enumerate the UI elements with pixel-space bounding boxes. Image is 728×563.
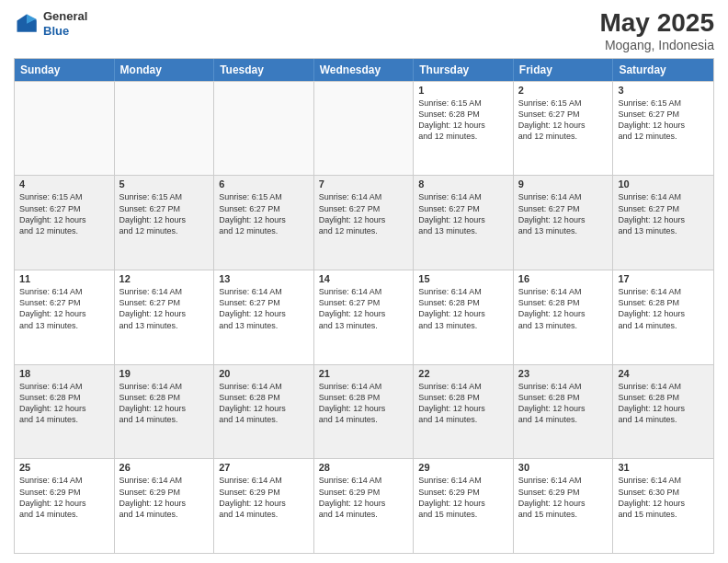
page: General Blue May 2025 Mogang, Indonesia … [0, 0, 728, 563]
day-of-week-monday: Monday [115, 59, 215, 81]
daylight-hours: Sunrise: 6:14 AM Sunset: 6:28 PM Dayligh… [19, 381, 109, 426]
calendar-day-7: 7Sunrise: 6:14 AM Sunset: 6:27 PM Daylig… [314, 176, 415, 270]
daylight-hours: Sunrise: 6:14 AM Sunset: 6:27 PM Dayligh… [119, 286, 210, 331]
day-number: 19 [119, 368, 210, 379]
day-of-week-friday: Friday [514, 59, 614, 81]
calendar-day-21: 21Sunrise: 6:14 AM Sunset: 6:28 PM Dayli… [314, 365, 415, 459]
day-number: 11 [19, 273, 109, 284]
day-number: 13 [219, 273, 309, 284]
empty-cell [314, 82, 415, 176]
calendar-day-6: 6Sunrise: 6:15 AM Sunset: 6:27 PM Daylig… [214, 176, 314, 270]
day-number: 18 [19, 368, 109, 379]
daylight-hours: Sunrise: 6:14 AM Sunset: 6:27 PM Dayligh… [319, 191, 409, 236]
day-number: 9 [518, 178, 609, 190]
logo-blue: Blue [43, 24, 69, 38]
calendar-day-28: 28Sunrise: 6:14 AM Sunset: 6:29 PM Dayli… [314, 459, 415, 553]
calendar-day-1: 1Sunrise: 6:15 AM Sunset: 6:28 PM Daylig… [414, 82, 514, 176]
daylight-hours: Sunrise: 6:15 AM Sunset: 6:27 PM Dayligh… [119, 191, 210, 236]
calendar-day-25: 25Sunrise: 6:14 AM Sunset: 6:29 PM Dayli… [15, 459, 115, 553]
calendar-day-17: 17Sunrise: 6:14 AM Sunset: 6:28 PM Dayli… [613, 270, 713, 364]
daylight-hours: Sunrise: 6:14 AM Sunset: 6:29 PM Dayligh… [418, 475, 508, 520]
calendar-body: 1Sunrise: 6:15 AM Sunset: 6:28 PM Daylig… [15, 81, 713, 553]
day-number: 2 [518, 85, 609, 96]
calendar-day-22: 22Sunrise: 6:14 AM Sunset: 6:28 PM Dayli… [414, 365, 514, 459]
empty-cell [15, 82, 115, 176]
day-number: 20 [219, 368, 309, 379]
day-number: 1 [418, 85, 508, 96]
calendar-day-14: 14Sunrise: 6:14 AM Sunset: 6:27 PM Dayli… [314, 270, 415, 364]
logo-general: General [43, 9, 87, 23]
daylight-hours: Sunrise: 6:14 AM Sunset: 6:30 PM Dayligh… [618, 475, 709, 520]
calendar-day-18: 18Sunrise: 6:14 AM Sunset: 6:28 PM Dayli… [15, 365, 115, 459]
logo-icon [14, 11, 40, 37]
calendar-week-2: 4Sunrise: 6:15 AM Sunset: 6:27 PM Daylig… [15, 175, 713, 270]
day-number: 7 [319, 178, 409, 190]
calendar-day-10: 10Sunrise: 6:14 AM Sunset: 6:27 PM Dayli… [613, 176, 713, 270]
daylight-hours: Sunrise: 6:14 AM Sunset: 6:29 PM Dayligh… [219, 475, 309, 520]
empty-cell [214, 82, 314, 176]
calendar-week-4: 18Sunrise: 6:14 AM Sunset: 6:28 PM Dayli… [15, 364, 713, 459]
day-number: 15 [418, 273, 508, 284]
day-of-week-wednesday: Wednesday [314, 59, 415, 81]
daylight-hours: Sunrise: 6:14 AM Sunset: 6:27 PM Dayligh… [319, 286, 409, 331]
daylight-hours: Sunrise: 6:14 AM Sunset: 6:28 PM Dayligh… [319, 381, 409, 426]
daylight-hours: Sunrise: 6:14 AM Sunset: 6:28 PM Dayligh… [418, 286, 508, 331]
daylight-hours: Sunrise: 6:14 AM Sunset: 6:28 PM Dayligh… [518, 286, 609, 331]
daylight-hours: Sunrise: 6:14 AM Sunset: 6:27 PM Dayligh… [418, 191, 508, 236]
day-number: 29 [418, 462, 508, 473]
day-number: 31 [618, 462, 709, 473]
daylight-hours: Sunrise: 6:14 AM Sunset: 6:27 PM Dayligh… [19, 286, 109, 331]
day-number: 23 [518, 368, 609, 379]
calendar-day-29: 29Sunrise: 6:14 AM Sunset: 6:29 PM Dayli… [414, 459, 514, 553]
day-number: 6 [219, 178, 309, 190]
calendar-header: SundayMondayTuesdayWednesdayThursdayFrid… [15, 59, 713, 81]
header: General Blue May 2025 Mogang, Indonesia [14, 9, 714, 52]
day-number: 4 [19, 178, 109, 190]
day-number: 28 [319, 462, 409, 473]
day-number: 26 [119, 462, 210, 473]
empty-cell [115, 82, 215, 176]
calendar-day-16: 16Sunrise: 6:14 AM Sunset: 6:28 PM Dayli… [514, 270, 614, 364]
day-number: 21 [319, 368, 409, 379]
daylight-hours: Sunrise: 6:15 AM Sunset: 6:28 PM Dayligh… [418, 98, 508, 143]
calendar-day-5: 5Sunrise: 6:15 AM Sunset: 6:27 PM Daylig… [115, 176, 215, 270]
day-number: 17 [618, 273, 709, 284]
day-number: 14 [319, 273, 409, 284]
day-of-week-saturday: Saturday [613, 59, 713, 81]
daylight-hours: Sunrise: 6:14 AM Sunset: 6:28 PM Dayligh… [219, 381, 309, 426]
day-number: 22 [418, 368, 508, 379]
daylight-hours: Sunrise: 6:14 AM Sunset: 6:27 PM Dayligh… [219, 286, 309, 331]
day-number: 3 [618, 85, 709, 96]
calendar-week-3: 11Sunrise: 6:14 AM Sunset: 6:27 PM Dayli… [15, 270, 713, 364]
calendar-day-9: 9Sunrise: 6:14 AM Sunset: 6:27 PM Daylig… [514, 176, 614, 270]
daylight-hours: Sunrise: 6:15 AM Sunset: 6:27 PM Dayligh… [618, 98, 709, 143]
day-number: 16 [518, 273, 609, 284]
calendar-day-15: 15Sunrise: 6:14 AM Sunset: 6:28 PM Dayli… [414, 270, 514, 364]
calendar-day-13: 13Sunrise: 6:14 AM Sunset: 6:27 PM Dayli… [214, 270, 314, 364]
day-of-week-tuesday: Tuesday [214, 59, 314, 81]
day-number: 30 [518, 462, 609, 473]
daylight-hours: Sunrise: 6:14 AM Sunset: 6:29 PM Dayligh… [319, 475, 409, 520]
daylight-hours: Sunrise: 6:15 AM Sunset: 6:27 PM Dayligh… [518, 98, 609, 143]
daylight-hours: Sunrise: 6:14 AM Sunset: 6:28 PM Dayligh… [119, 381, 210, 426]
daylight-hours: Sunrise: 6:14 AM Sunset: 6:29 PM Dayligh… [19, 475, 109, 520]
calendar-day-2: 2Sunrise: 6:15 AM Sunset: 6:27 PM Daylig… [514, 82, 614, 176]
logo: General Blue [14, 9, 87, 38]
day-of-week-sunday: Sunday [15, 59, 115, 81]
calendar-day-30: 30Sunrise: 6:14 AM Sunset: 6:29 PM Dayli… [514, 459, 614, 553]
location: Mogang, Indonesia [599, 38, 714, 52]
calendar: SundayMondayTuesdayWednesdayThursdayFrid… [14, 58, 714, 554]
title-block: May 2025 Mogang, Indonesia [599, 9, 714, 52]
daylight-hours: Sunrise: 6:15 AM Sunset: 6:27 PM Dayligh… [19, 191, 109, 236]
calendar-week-5: 25Sunrise: 6:14 AM Sunset: 6:29 PM Dayli… [15, 458, 713, 553]
daylight-hours: Sunrise: 6:14 AM Sunset: 6:29 PM Dayligh… [518, 475, 609, 520]
daylight-hours: Sunrise: 6:15 AM Sunset: 6:27 PM Dayligh… [219, 191, 309, 236]
calendar-day-12: 12Sunrise: 6:14 AM Sunset: 6:27 PM Dayli… [115, 270, 215, 364]
day-number: 5 [119, 178, 210, 190]
calendar-day-20: 20Sunrise: 6:14 AM Sunset: 6:28 PM Dayli… [214, 365, 314, 459]
day-of-week-thursday: Thursday [414, 59, 514, 81]
daylight-hours: Sunrise: 6:14 AM Sunset: 6:28 PM Dayligh… [618, 286, 709, 331]
calendar-day-4: 4Sunrise: 6:15 AM Sunset: 6:27 PM Daylig… [15, 176, 115, 270]
daylight-hours: Sunrise: 6:14 AM Sunset: 6:28 PM Dayligh… [618, 381, 709, 426]
day-number: 8 [418, 178, 508, 190]
